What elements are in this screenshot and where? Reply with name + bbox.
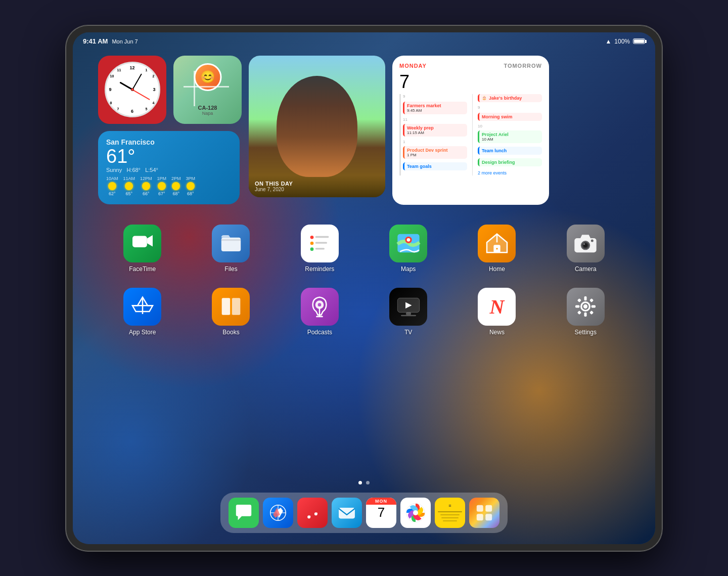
app-files[interactable]: Files (212, 225, 250, 273)
svg-rect-40 (584, 296, 587, 300)
books-label: Books (222, 329, 239, 336)
apps-row-1: FaceTime Files (98, 225, 630, 273)
svg-rect-36 (406, 313, 411, 315)
battery-indicator: 100% (614, 38, 630, 45)
svg-rect-60 (485, 514, 492, 520)
app-appstore[interactable]: App Store (123, 288, 161, 336)
calendar-day-label: MONDAY (399, 63, 427, 69)
clock-widget[interactable]: 12 3 6 9 1 11 2 4 5 7 8 10 (98, 56, 166, 124)
page-dot-2[interactable] (366, 481, 370, 484)
svg-rect-45 (589, 298, 594, 302)
dock-calendar[interactable]: MON 7 (366, 498, 396, 528)
maps-label: Maps (401, 265, 416, 273)
svg-rect-41 (584, 313, 587, 317)
svg-rect-59 (477, 514, 483, 520)
app-home[interactable]: Home (478, 225, 516, 273)
page-dots (358, 481, 370, 484)
dock-notes[interactable]: ≡ (435, 498, 465, 528)
app-facetime[interactable]: FaceTime (123, 225, 161, 273)
calendar-tomorrow-label: TOMORROW (504, 63, 542, 69)
settings-icon (567, 288, 605, 326)
svg-rect-5 (315, 236, 329, 238)
apps-row-2: App Store Books (98, 288, 630, 336)
battery-icon (633, 38, 645, 44)
weather-widget[interactable]: San Francisco 61° Sunny H:68° L:54° 10AM (98, 131, 242, 204)
calendar-day-number: 7 (399, 73, 410, 91)
podcasts-icon (301, 288, 339, 326)
svg-text:▶: ▶ (405, 300, 412, 309)
books-icon (212, 288, 250, 326)
app-news[interactable]: N News (478, 288, 516, 336)
svg-rect-9 (315, 248, 325, 249)
svg-rect-57 (477, 505, 483, 511)
photos-widget[interactable]: ON THIS DAY June 7, 2020 (249, 56, 385, 204)
tv-label: TV (404, 329, 412, 336)
svg-rect-46 (577, 311, 581, 315)
svg-rect-27 (232, 298, 241, 315)
appstore-icon (123, 288, 161, 326)
app-maps[interactable]: Maps (389, 225, 427, 273)
svg-rect-44 (577, 298, 581, 302)
status-right: ▲ 100% (605, 38, 645, 45)
svg-point-23 (591, 240, 594, 242)
svg-rect-3 (221, 239, 241, 241)
facetime-label: FaceTime (129, 265, 156, 273)
facetime-icon (123, 225, 161, 262)
app-camera[interactable]: Camera (567, 225, 605, 273)
svg-point-56 (413, 510, 418, 515)
dock-messages[interactable] (229, 498, 259, 528)
app-books[interactable]: Books (212, 288, 250, 336)
widgets-area: 12 3 6 9 1 11 2 4 5 7 8 10 (98, 56, 630, 212)
news-label: News (489, 329, 505, 336)
dock-photos[interactable] (400, 498, 431, 528)
dock-extras[interactable] (469, 498, 499, 528)
svg-rect-7 (315, 242, 327, 244)
dock: MON 7 (220, 493, 508, 533)
page-dot-1[interactable] (358, 481, 362, 484)
svg-rect-0 (132, 236, 147, 247)
app-settings[interactable]: Settings (567, 288, 605, 336)
svg-point-22 (583, 243, 585, 245)
svg-point-8 (310, 247, 314, 251)
svg-rect-42 (575, 305, 579, 308)
files-label: Files (224, 265, 237, 273)
dock-mail[interactable] (332, 498, 362, 528)
maps-icon (389, 225, 427, 262)
status-time: 9:41 AM (83, 37, 108, 45)
camera-icon (567, 225, 605, 262)
svg-rect-58 (485, 505, 492, 511)
svg-point-4 (310, 236, 314, 239)
svg-rect-47 (589, 311, 594, 315)
calendar-widget[interactable]: MONDAY TOMORROW 7 9 Farm (392, 56, 549, 204)
dock-safari[interactable] (263, 498, 293, 528)
home-label: Home (489, 265, 505, 273)
svg-rect-43 (592, 305, 596, 308)
reminders-label: Reminders (305, 265, 334, 273)
maps-widget[interactable]: 😊 CA-128 Napa (173, 56, 242, 124)
appstore-label: App Store (129, 329, 156, 336)
svg-point-6 (310, 242, 314, 245)
svg-point-30 (318, 303, 322, 306)
app-podcasts[interactable]: Podcasts (301, 288, 339, 336)
ipad-device: 9:41 AM Mon Jun 7 ▲ 100% (66, 25, 662, 551)
app-reminders[interactable]: Reminders (301, 225, 339, 273)
svg-rect-26 (222, 298, 231, 315)
news-icon: N (478, 288, 516, 326)
apps-grid: FaceTime Files (98, 225, 630, 336)
dock-music[interactable] (297, 498, 328, 528)
files-icon (212, 225, 250, 262)
svg-point-39 (583, 304, 587, 308)
svg-rect-37 (401, 315, 416, 317)
reminders-icon (301, 225, 339, 262)
svg-point-12 (406, 238, 410, 242)
home-icon (478, 225, 516, 262)
svg-rect-53 (339, 508, 355, 518)
app-tv[interactable]: ▶ TV (389, 288, 427, 336)
svg-point-16 (496, 248, 497, 249)
camera-label: Camera (575, 265, 597, 273)
widget-grid: 12 3 6 9 1 11 2 4 5 7 8 10 (98, 56, 630, 204)
tv-icon: ▶ (389, 288, 427, 326)
ipad-screen: 9:41 AM Mon Jun 7 ▲ 100% (73, 32, 655, 544)
status-bar: 9:41 AM Mon Jun 7 ▲ 100% (73, 32, 655, 51)
svg-marker-1 (147, 235, 152, 246)
